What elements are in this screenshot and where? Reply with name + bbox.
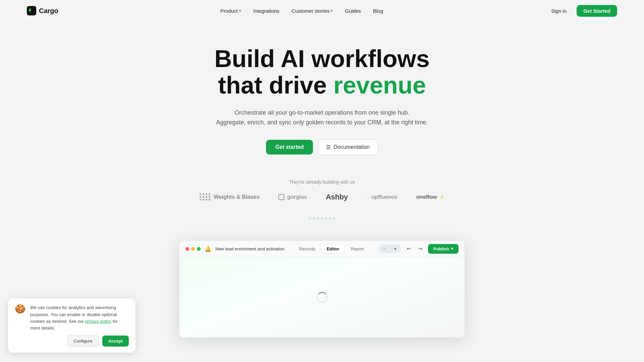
titlebar-left: 🔔 New lead enrichment and activation [185, 246, 284, 252]
privacy-policy-link[interactable]: privacy policy [85, 319, 111, 324]
nav-item-blog[interactable]: Blog [368, 5, 388, 16]
logo-oneflow: oneflow⚡ [416, 194, 444, 200]
logos-label: They're already building with us [7, 179, 637, 185]
logo-weights-biases: Weights & Biases [200, 193, 260, 200]
window-traffic-lights [185, 247, 201, 251]
logo[interactable]: Cargo [27, 6, 58, 15]
bell-icon: 🔔 [205, 246, 211, 252]
nav-item-product[interactable]: Product ▾ [216, 5, 246, 16]
undo-button[interactable]: ↩ [404, 244, 414, 254]
window-title: New lead enrichment and activation [215, 246, 284, 251]
toggle-container: ○ ✦ [378, 244, 401, 253]
upfluence-arrow-icon: ↑ [367, 194, 369, 199]
logo-upfluence: ↑ upfluence [367, 194, 397, 200]
toggle-on-icon: ✦ [390, 245, 400, 252]
hero-subtitle: Orchestrate all your go-to-market operat… [7, 108, 637, 127]
publish-chevron-icon: ▾ [451, 246, 453, 251]
tab-report[interactable]: Report [345, 245, 369, 253]
svg-rect-0 [27, 6, 36, 15]
cookie-actions: Configure Accept [15, 336, 129, 347]
configure-cookies-button[interactable]: Configure [67, 336, 99, 347]
cookie-banner: 🍪 We use cookies for analytics and adver… [8, 298, 136, 353]
titlebar-tabs: Records Editor Report [293, 245, 369, 253]
window-close-dot [185, 247, 189, 251]
accept-cookies-button[interactable]: Accept [102, 336, 129, 347]
get-started-nav-button[interactable]: Get Started [577, 5, 617, 17]
app-content [179, 257, 465, 338]
document-icon: ☰ [326, 144, 331, 150]
nav-center: Product ▾ Integrations Customer stories … [216, 5, 388, 16]
titlebar-right: ○ ✦ ↩ ↪ Publish ▾ [378, 244, 459, 254]
window-minimize-dot [191, 247, 195, 251]
hero-buttons: Get started ☰ Documentation [7, 139, 637, 155]
loading-spinner [317, 292, 327, 303]
tab-editor[interactable]: Editor [321, 245, 345, 253]
gorgias-icon [278, 194, 284, 200]
chevron-down-icon: ▾ [239, 9, 241, 13]
chevron-down-icon: ▾ [331, 9, 333, 13]
documentation-button[interactable]: ☰ Documentation [318, 139, 378, 155]
hero-section: Build AI workflows that drive revenue Or… [0, 21, 644, 241]
nav-item-integrations[interactable]: Integrations [249, 5, 284, 16]
app-window: 🔔 New lead enrichment and activation Rec… [179, 241, 465, 338]
tab-records[interactable]: Records [293, 245, 320, 253]
sign-in-button[interactable]: Sign in [545, 5, 573, 16]
cookie-icon: 🍪 [15, 304, 25, 313]
dots-divider [7, 218, 637, 220]
app-titlebar: 🔔 New lead enrichment and activation Rec… [179, 241, 465, 257]
nav-item-guides[interactable]: Guides [340, 5, 366, 16]
cookie-text: We use cookies for analytics and adverti… [30, 304, 129, 331]
logo-icon [27, 6, 36, 15]
navbar: Cargo Product ▾ Integrations Customer st… [0, 0, 644, 21]
nav-right: Sign in Get Started [545, 5, 617, 17]
undo-redo: ↩ ↪ [404, 244, 425, 254]
logos-row: Weights & Biases gorgias Ashby ↑ upfluen… [7, 193, 637, 201]
nav-item-customer-stories[interactable]: Customer stories ▾ [287, 5, 337, 16]
logo-ashby: Ashby [326, 193, 348, 201]
oneflow-sup: ⚡ [440, 195, 444, 199]
cookie-content: 🍪 We use cookies for analytics and adver… [15, 304, 129, 331]
window-maximize-dot [197, 247, 201, 251]
wb-dots-icon [200, 193, 211, 200]
logo-text: Cargo [39, 7, 58, 15]
get-started-button[interactable]: Get started [266, 140, 313, 155]
logo-gorgias: gorgias [278, 194, 307, 200]
toggle-off-icon: ○ [380, 245, 389, 252]
hero-title: Build AI workflows that drive revenue [7, 46, 637, 99]
publish-button[interactable]: Publish ▾ [428, 244, 459, 254]
logos-section: They're already building with us Weights… [7, 179, 637, 201]
redo-button[interactable]: ↪ [415, 244, 425, 254]
